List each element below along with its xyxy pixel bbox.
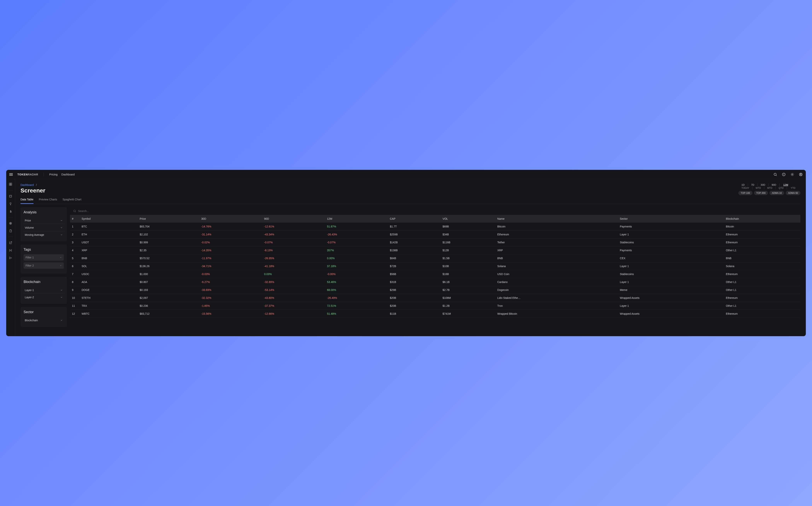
- filter-item-filter-2[interactable]: Filter 2: [24, 262, 64, 269]
- svg-point-24: [10, 223, 11, 224]
- col-header-90d[interactable]: 90D: [262, 215, 325, 223]
- table-row[interactable]: 11TRX$0.236-1.85%-37.37%72.51%$20B$1.2BT…: [70, 302, 800, 310]
- svg-rect-16: [9, 183, 10, 184]
- svg-rect-17: [11, 183, 12, 184]
- period-sub-qtd[interactable]: QTD: [776, 187, 787, 189]
- nav-dashboard[interactable]: Dashboard: [62, 173, 75, 176]
- table-search-input[interactable]: [78, 209, 797, 213]
- rail-logout-icon[interactable]: [9, 256, 12, 260]
- page-title: Screener: [20, 187, 45, 194]
- col-header-12m[interactable]: 12M: [325, 215, 388, 223]
- table-row[interactable]: 6SOL$136.26-34.71%-41.18%37.18%$72B$10BS…: [70, 262, 800, 270]
- chip-adma-10[interactable]: ADMA-10: [770, 191, 784, 195]
- search-icon[interactable]: [773, 173, 777, 176]
- svg-point-15: [800, 173, 801, 174]
- table-row[interactable]: 4XRP$2.35-14.35%-8.13%357%$138B$12BXRPPa…: [70, 246, 800, 254]
- filter-tags-card: Tags Filter 1Filter 2: [20, 245, 67, 274]
- svg-rect-20: [9, 195, 12, 197]
- table-row[interactable]: 8ADA$0.807-6.27%-32.89%53.46%$31B$6.1BCa…: [70, 278, 800, 286]
- period-controls: 1D7D30D90D12M TODAYWTDMTDQTDYTD TOP-100T…: [738, 183, 800, 195]
- svg-rect-19: [11, 184, 12, 185]
- rail-brackets-icon[interactable]: [9, 249, 12, 252]
- filter-item-price[interactable]: Price: [24, 217, 64, 224]
- chip-top-100[interactable]: TOP-100: [738, 191, 752, 195]
- filter-item-filter-1[interactable]: Filter 1: [24, 254, 64, 261]
- filter-column: Analysis PriceVolumeMoving Average Tags …: [20, 207, 67, 336]
- brand-logo: TOKENRADAR: [17, 173, 38, 176]
- rail-dashboard-icon[interactable]: [9, 183, 12, 186]
- period-12m[interactable]: 12M: [780, 183, 789, 186]
- side-rail: [6, 179, 15, 336]
- table-row[interactable]: 7USDC$1.000-0.03%0.03%-0.00%$56B$16BUSD …: [70, 270, 800, 278]
- tab-spaghetti-chart[interactable]: Spaghetti Chart: [63, 196, 81, 204]
- table-row[interactable]: 3USDT$0.999-0.02%-0.07%-0.07%$142B$116BT…: [70, 239, 800, 246]
- rail-target-icon[interactable]: [9, 222, 12, 225]
- table-row[interactable]: 5BNB$570.52-11.97%-26.95%0.00%$84B$1.5BB…: [70, 254, 800, 262]
- menu-button[interactable]: [9, 173, 13, 176]
- breadcrumb-root-link[interactable]: Dashboard: [20, 183, 34, 186]
- top-bar: TOKENRADAR Pricing Dashboard: [6, 170, 806, 179]
- col-header-price[interactable]: Price: [138, 215, 199, 223]
- filter-analysis-card: Analysis PriceVolumeMoving Average: [20, 207, 67, 241]
- top-icon-group: [773, 173, 803, 176]
- svg-point-5: [792, 174, 793, 175]
- nav-pricing[interactable]: Pricing: [49, 173, 58, 176]
- filter-blockchain-title: Blockchain: [24, 280, 64, 284]
- col-header-blockchain[interactable]: Blockchain: [724, 215, 800, 223]
- rail-docs-icon[interactable]: [9, 229, 12, 233]
- svg-rect-18: [9, 184, 10, 185]
- col-header-30d[interactable]: 30D: [199, 215, 262, 223]
- table-row[interactable]: 2ETH$2,102-31.14%-43.34%-26.43%$259B$34B…: [70, 231, 800, 239]
- divider: [8, 237, 13, 237]
- period-7d[interactable]: 7D: [748, 183, 758, 186]
- rail-news-icon[interactable]: [9, 202, 12, 205]
- filter-item-layer-2[interactable]: Layer-2: [24, 294, 64, 301]
- col-header-name[interactable]: Name: [495, 215, 618, 223]
- filter-item-blockchain[interactable]: Blockchain: [24, 317, 64, 324]
- table-row[interactable]: 1BTC$83,704-14.76%-12.61%51.87%$1.7T$69B…: [70, 223, 800, 231]
- divider: [8, 217, 13, 218]
- chip-top-300[interactable]: TOP-300: [754, 191, 768, 195]
- filter-item-layer-1[interactable]: Layer-1: [24, 287, 64, 294]
- table-area: #SymbolPrice30D90D12MCAPVOLNameSectorBlo…: [70, 207, 800, 336]
- info-icon[interactable]: [782, 173, 786, 176]
- rail-external-icon[interactable]: [9, 241, 12, 245]
- app-window: TOKENRADAR Pricing Dashboard: [6, 170, 806, 336]
- chip-adma-50[interactable]: ADMA-50: [786, 191, 800, 195]
- svg-point-21: [10, 202, 11, 204]
- col-header-sector[interactable]: Sector: [618, 215, 724, 223]
- period-1d[interactable]: 1D: [738, 183, 748, 186]
- filter-sector-card: Sector Blockchain: [20, 307, 67, 327]
- period-90d[interactable]: 90D: [769, 183, 780, 186]
- period-sub-wtd[interactable]: WTD: [752, 187, 764, 189]
- tab-preview-charts[interactable]: Preview Charts: [39, 196, 57, 204]
- svg-line-1: [776, 175, 777, 176]
- content-area: Dashboard / Screener 1D7D30D90D12M TODAY…: [15, 179, 806, 336]
- svg-point-0: [774, 173, 776, 175]
- col-header-vol[interactable]: VOL: [440, 215, 495, 223]
- col-header-symbol[interactable]: Symbol: [80, 215, 138, 223]
- rail-pricing-icon[interactable]: [9, 210, 12, 213]
- period-sub-ytd[interactable]: YTD: [787, 187, 796, 189]
- tab-data-table[interactable]: Data Table: [20, 196, 33, 204]
- filter-tags-title: Tags: [24, 248, 64, 252]
- filter-item-moving-average[interactable]: Moving Average: [24, 231, 64, 238]
- col-header-cap[interactable]: CAP: [388, 215, 440, 223]
- filter-item-volume[interactable]: Volume: [24, 224, 64, 231]
- col-header--[interactable]: #: [70, 215, 80, 223]
- search-row: [70, 207, 800, 215]
- breadcrumb: Dashboard /: [20, 183, 45, 186]
- table-row[interactable]: 12WBTC$83,712-15.56%-12.66%51.48%$11B$74…: [70, 310, 800, 318]
- rail-screener-icon[interactable]: [9, 194, 12, 198]
- table-row[interactable]: 9DOGE$0.193-33.69%-53.14%68.00%$29B$2.7B…: [70, 286, 800, 294]
- filter-analysis-title: Analysis: [24, 210, 64, 214]
- period-sub-mtd[interactable]: MTD: [764, 187, 776, 189]
- table-row[interactable]: 10STETH$2,097-32.32%-43.80%-26.49%$20B$1…: [70, 294, 800, 302]
- svg-line-26: [75, 212, 76, 212]
- account-icon[interactable]: [799, 173, 803, 176]
- tab-bar: Data TablePreview ChartsSpaghetti Chart: [20, 196, 800, 204]
- search-icon: [73, 209, 76, 213]
- period-30d[interactable]: 30D: [757, 183, 769, 186]
- theme-toggle-icon[interactable]: [790, 173, 794, 176]
- period-sub-today[interactable]: TODAY: [738, 187, 752, 189]
